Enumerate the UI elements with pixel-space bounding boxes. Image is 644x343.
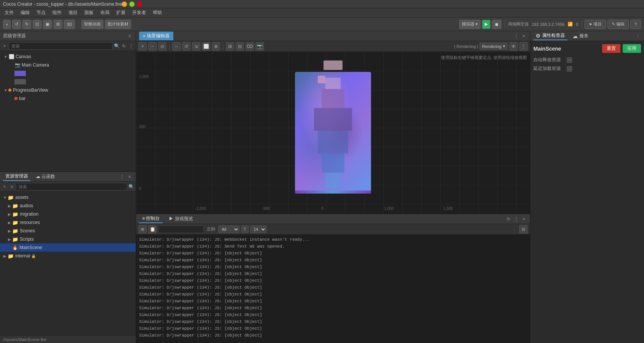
menu-panel[interactable]: 面板 bbox=[81, 9, 97, 17]
stop-btn[interactable]: ⏹ bbox=[492, 20, 501, 29]
grid-btn[interactable]: ⊡ bbox=[33, 20, 41, 29]
console-fontsize-select[interactable]: 14 12 16 bbox=[250, 225, 266, 233]
right-settings-icon[interactable]: ⋮ bbox=[635, 33, 641, 39]
scene-close-icon[interactable]: × bbox=[521, 33, 527, 39]
scene-tool-camera[interactable]: 📷 bbox=[255, 42, 264, 51]
scene-node-header: MainScene 重置 应用 bbox=[533, 44, 641, 53]
redo-btn[interactable]: ↻ bbox=[22, 20, 31, 29]
tree-item-node2[interactable] bbox=[0, 78, 136, 86]
asset-item-audios[interactable]: ▶ 📁 audios bbox=[0, 202, 136, 210]
assets-search[interactable] bbox=[16, 183, 127, 191]
hierarchy-search[interactable] bbox=[9, 42, 113, 50]
project-btn[interactable]: ➤ 项目 bbox=[585, 20, 606, 29]
asset-item-scripts[interactable]: ▶ 📁 Scripts bbox=[0, 235, 136, 243]
apply-btn[interactable]: 应用 bbox=[623, 44, 641, 53]
3d-btn[interactable]: 3D bbox=[64, 20, 75, 29]
menu-edit[interactable]: 编辑 bbox=[17, 9, 33, 17]
right-tab-properties[interactable]: ⚙ 属性检查器 bbox=[533, 32, 567, 40]
menu-layout[interactable]: 布局 bbox=[97, 9, 113, 17]
tree-item-node1[interactable] bbox=[0, 69, 136, 78]
console-clear-btn[interactable]: ⊗ bbox=[138, 225, 147, 233]
play-btn[interactable]: ▶ bbox=[482, 20, 490, 29]
menu-file[interactable]: 文件 bbox=[2, 9, 17, 17]
camera-label: Main Camera bbox=[22, 62, 49, 68]
assets-folder-label: assets bbox=[15, 195, 29, 200]
tree-item-canvas[interactable]: ▼ ⬜ Canvas bbox=[0, 52, 136, 61]
assets-add-icon[interactable]: + bbox=[2, 184, 8, 190]
network-label: 局域网空连 bbox=[508, 21, 529, 27]
simulator-selector[interactable]: 模拟器 ▾ bbox=[459, 20, 481, 29]
close-btn[interactable]: × bbox=[137, 2, 142, 7]
help-btn[interactable]: ? bbox=[630, 20, 641, 29]
assets-tab-manager[interactable]: 资源管理器 bbox=[3, 172, 30, 181]
minimize-btn[interactable]: − bbox=[122, 2, 127, 7]
scene-tool-ui[interactable]: Ꝏ bbox=[246, 42, 254, 51]
console-pause-btn[interactable]: 📋 bbox=[148, 225, 157, 233]
auto-release-checkbox[interactable] bbox=[567, 57, 572, 63]
tree-item-main-camera[interactable]: 📷 Main Camera bbox=[0, 61, 136, 69]
rendering-selector[interactable]: Rendering ▾ bbox=[479, 43, 508, 50]
undo-btn[interactable]: ↺ bbox=[12, 20, 21, 29]
assets-settings-icon[interactable]: ⋮ bbox=[119, 174, 125, 180]
layout-btn[interactable]: ▣ bbox=[43, 20, 52, 29]
skeleton-btn[interactable]: 骨骼动画 bbox=[81, 20, 103, 29]
console-level-select[interactable]: All Log Warn Error bbox=[218, 225, 240, 233]
menu-dev[interactable]: 开发者 bbox=[129, 9, 149, 17]
console-settings-icon[interactable]: ⋮ bbox=[513, 216, 519, 222]
menu-component[interactable]: 组件 bbox=[49, 9, 65, 17]
edit-btn[interactable]: ✎ 编辑 bbox=[608, 20, 629, 29]
console-tab-game[interactable]: ▶ 游戏预览 bbox=[166, 215, 196, 223]
scene-tool-eye[interactable]: 👁 bbox=[509, 42, 518, 51]
scene-tab[interactable]: 场景编辑器 bbox=[139, 32, 173, 40]
assets-search-icon[interactable]: 🔍 bbox=[128, 184, 134, 190]
image-convert-btn[interactable]: 图片转素材 bbox=[105, 20, 131, 29]
tree-item-progressbarview[interactable]: ▼ ProgressBarView bbox=[0, 86, 136, 94]
scene-tool-zoom-in[interactable]: + bbox=[138, 42, 147, 51]
console-collapse-btn[interactable]: ⊟ bbox=[519, 225, 528, 233]
scene-tool-move[interactable]: ↔ bbox=[172, 42, 181, 51]
menu-help[interactable]: 帮助 bbox=[150, 9, 165, 17]
main-toolbar: + ↺ ↻ ⊡ ▣ ⊞ 3D 骨骼动画 图片转素材 模拟器 ▾ ▶ ⏹ 局域网空… bbox=[0, 17, 644, 31]
asset-item-scenes[interactable]: ▶ 📁 Scenes bbox=[0, 227, 136, 235]
snap-btn[interactable]: ⊞ bbox=[54, 20, 62, 29]
hierarchy-close-icon[interactable]: × bbox=[127, 33, 133, 39]
tree-item-bar[interactable]: bar bbox=[0, 94, 136, 103]
right-tab-services[interactable]: ☁ 服务 bbox=[570, 32, 591, 40]
console-refresh-icon[interactable]: ↻ bbox=[506, 216, 512, 222]
menu-extend[interactable]: 扩展 bbox=[113, 9, 128, 17]
assets-tab-cloud[interactable]: ☁ 云函数 bbox=[33, 173, 57, 181]
scene-tool-scale[interactable]: ⇲ bbox=[192, 42, 200, 51]
asset-item-internal[interactable]: ▶ 📁 internal 🔒 bbox=[0, 252, 136, 260]
hierarchy-search-icon[interactable]: 🔍 bbox=[114, 43, 120, 49]
scene-settings-icon[interactable]: ⋮ bbox=[513, 33, 519, 39]
canvas-icon: ⬜ bbox=[8, 54, 14, 60]
asset-item-assets[interactable]: ▼ 📁 assets bbox=[0, 193, 136, 202]
scene-tool-grid[interactable]: ⊟ bbox=[236, 42, 244, 51]
scene-tool-rotate[interactable]: ↺ bbox=[182, 42, 190, 51]
scene-tool-more[interactable]: ⋮ bbox=[519, 42, 528, 51]
maximize-btn[interactable]: □ bbox=[129, 2, 135, 7]
asset-item-migration[interactable]: ▶ 📁 migration bbox=[0, 210, 136, 218]
hierarchy-add-icon[interactable]: + bbox=[2, 43, 8, 49]
reset-btn[interactable]: 重置 bbox=[602, 44, 620, 53]
assets-list-icon[interactable]: ≡ bbox=[9, 184, 15, 190]
scene-canvas[interactable]: 1,000 500 0 -1,000 -500 0 1,000 1,500 使用… bbox=[136, 52, 530, 214]
hierarchy-settings-icon[interactable]: ⋮ bbox=[128, 43, 134, 49]
console-filter-input[interactable] bbox=[158, 225, 204, 233]
asset-item-resources[interactable]: ▶ 📁 resources bbox=[0, 218, 136, 227]
scene-tool-zoom-out[interactable]: − bbox=[148, 42, 157, 51]
hierarchy-refresh-icon[interactable]: ↻ bbox=[121, 43, 127, 49]
assets-close-icon[interactable]: × bbox=[127, 174, 133, 180]
menu-project[interactable]: 项目 bbox=[65, 9, 81, 17]
asset-item-mainscene[interactable]: 🔥 MainScene bbox=[0, 243, 136, 252]
console-tab-console[interactable]: ≡ 控制台 bbox=[139, 214, 163, 223]
scene-tool-fit[interactable]: ⊙ bbox=[158, 42, 167, 51]
menu-node[interactable]: 节点 bbox=[33, 9, 49, 17]
lazy-load-checkbox[interactable] bbox=[567, 66, 572, 71]
scene-tool-snap[interactable]: ⊞ bbox=[226, 42, 234, 51]
properties-label: 属性检查器 bbox=[542, 32, 565, 39]
scene-tool-rect[interactable]: ⬜ bbox=[202, 42, 210, 51]
scene-tool-anchor[interactable]: ⊕ bbox=[212, 42, 220, 51]
add-btn[interactable]: + bbox=[3, 20, 11, 29]
console-close-icon[interactable]: × bbox=[521, 216, 527, 222]
